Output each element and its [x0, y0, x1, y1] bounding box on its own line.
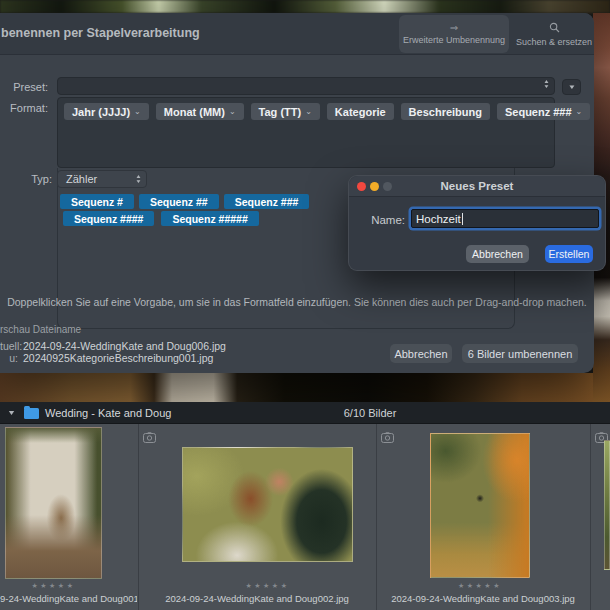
image-count: 6/10 Bilder	[305, 407, 435, 419]
token-month[interactable]: Monat (MM) ⌄	[156, 103, 244, 120]
new-filename-value: 20240925KategorieBeschreibung001.jpg	[23, 352, 213, 364]
token-description[interactable]: Beschreibung	[401, 103, 490, 120]
preset-cancel-button[interactable]: Abbrechen	[466, 245, 529, 263]
cell-divider	[376, 424, 377, 610]
type-value: Zähler	[66, 173, 97, 185]
token-day[interactable]: Tag (TT) ⌄	[251, 103, 320, 120]
sequence-button-row-1: Sequenz # Sequenz ## Sequenz ###	[60, 194, 309, 209]
thumbnail-grid: ★★★★★ 9-24-WeddingKate and Doug001.jpg ★…	[0, 424, 610, 610]
folder-icon	[24, 408, 39, 419]
background-photo-top	[0, 0, 610, 13]
sequence-5-button[interactable]: Sequenz #####	[161, 211, 258, 226]
sequence-2-button[interactable]: Sequenz ##	[139, 194, 219, 209]
cell-divider	[590, 424, 591, 610]
cell-divider	[138, 424, 139, 610]
chevron-down-icon: ⌄	[576, 107, 583, 116]
cancel-button[interactable]: Abbrechen	[390, 344, 452, 363]
text-cursor	[462, 213, 463, 225]
token-year[interactable]: Jahr (JJJJ) ⌄	[64, 103, 149, 120]
thumbnail-filename-2: 2024-09-24-WeddingKate and Doug002.jpg	[138, 593, 376, 604]
camera-icon	[143, 429, 156, 440]
sequence-4-button[interactable]: Sequenz ####	[63, 211, 154, 226]
preset-create-button[interactable]: Erstellen	[545, 245, 593, 263]
search-icon	[549, 22, 560, 35]
sequence-3-button[interactable]: Sequenz ###	[224, 194, 310, 209]
thumbnail-filename-1: 9-24-WeddingKate and Doug001.jpg	[0, 593, 137, 604]
format-field[interactable]: Jahr (JJJJ) ⌄ Monat (MM) ⌄ Tag (TT) ⌄ Ka…	[57, 97, 555, 168]
chevron-down-icon: ⌄	[305, 107, 312, 116]
disclosure-triangle-icon[interactable]: ▼	[7, 409, 16, 416]
screen: benennen per Stapelverarbeitung ⇒ Erweit…	[0, 0, 610, 610]
chevron-down-icon: ⌄	[229, 107, 236, 116]
window-title: benennen per Stapelverarbeitung	[1, 26, 200, 40]
search-replace-button[interactable]: Suchen & ersetzen	[513, 15, 595, 53]
thumbnail-photo-1[interactable]	[5, 427, 102, 579]
stepper-icon: ▲▼	[136, 174, 141, 184]
current-filename-value: 2024-09-24-WeddingKate and Doug006.jpg	[23, 340, 226, 352]
new-filename-label: u:	[0, 352, 18, 364]
format-token-row: Jahr (JJJJ) ⌄ Monat (MM) ⌄ Tag (TT) ⌄ Ka…	[64, 103, 554, 120]
advanced-rename-label: Erweiterte Umbenennung	[403, 35, 505, 45]
star-rating[interactable]: ★★★★★	[430, 582, 530, 590]
preset-name-value: Hochzeit	[416, 213, 461, 225]
new-preset-titlebar: Neues Preset	[349, 176, 605, 197]
token-sequence[interactable]: Sequenz ### ⌄	[497, 103, 590, 120]
preset-select[interactable]: ▲▼	[57, 77, 555, 95]
star-rating[interactable]: ★★★★★	[182, 582, 353, 590]
advanced-rename-button[interactable]: ⇒ Erweiterte Umbenennung	[399, 15, 509, 53]
titlebar: benennen per Stapelverarbeitung ⇒ Erweit…	[0, 13, 594, 55]
folder-header-bar: ▼ Wedding - Kate and Doug 6/10 Bilder	[0, 402, 610, 424]
preset-name-input[interactable]: Hochzeit	[411, 209, 599, 228]
camera-icon	[381, 429, 394, 440]
current-filename-label: tuell:	[0, 340, 18, 352]
thumbnail-photo-3[interactable]	[430, 433, 530, 578]
chevron-down-icon: ⌄	[134, 107, 141, 116]
chevron-down-icon: ▼	[567, 84, 575, 90]
type-select[interactable]: Zähler ▲▼	[57, 170, 147, 188]
new-preset-title: Neues Preset	[349, 180, 605, 192]
preview-heading: rschau Dateiname	[0, 324, 81, 335]
folder-name[interactable]: Wedding - Kate and Doug	[45, 407, 171, 419]
name-label: Name:	[361, 214, 405, 226]
rename-arrow-icon: ⇒	[450, 23, 458, 33]
drag-drop-hint: Doppelklicken Sie auf eine Vorgabe, um s…	[0, 296, 594, 308]
sequence-1-button[interactable]: Sequenz #	[60, 194, 134, 209]
stepper-icon: ▲▼	[544, 79, 549, 89]
preset-menu-button[interactable]: ▼	[562, 79, 581, 95]
thumbnail-filename-3: 2024-09-24-WeddingKate and Doug003.jpg	[376, 593, 590, 604]
token-category[interactable]: Kategorie	[327, 103, 394, 120]
format-label: Format:	[0, 102, 48, 114]
thumbnail-photo-4[interactable]	[604, 440, 610, 570]
preset-label: Preset:	[0, 81, 48, 93]
camera-icon	[595, 429, 608, 440]
sequence-button-row-2: Sequenz #### Sequenz #####	[63, 211, 259, 226]
star-rating[interactable]: ★★★★★	[5, 582, 102, 590]
search-replace-label: Suchen & ersetzen	[516, 37, 592, 47]
thumbnail-photo-2[interactable]	[182, 447, 353, 562]
new-preset-dialog: Neues Preset Name: Hochzeit Abbrechen Er…	[348, 175, 606, 271]
background-photo-middle	[0, 373, 593, 402]
rename-images-button[interactable]: 6 Bilder umbenennen	[462, 344, 578, 363]
type-label: Typ:	[0, 173, 52, 185]
